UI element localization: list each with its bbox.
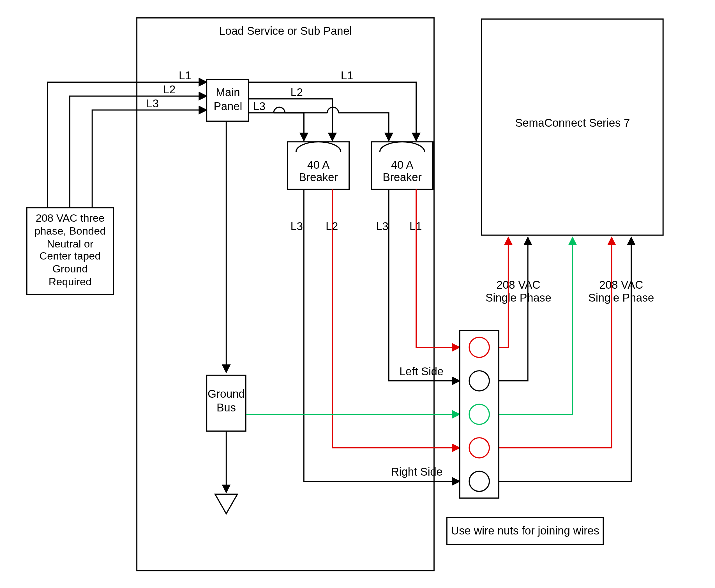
main-panel-label-2: Panel <box>214 100 242 112</box>
l2-in: L2 <box>163 83 176 96</box>
b1-l3: L3 <box>290 220 303 232</box>
panel-title: Load Service or Sub Panel <box>219 25 352 37</box>
load-panel-box <box>137 18 434 571</box>
svg-text:208 VAC: 208 VAC <box>599 278 643 291</box>
source-label: 208 VAC three phase, Bonded Neutral or C… <box>31 212 110 288</box>
l1-in: L1 <box>179 69 191 82</box>
b2-l3: L3 <box>376 220 388 232</box>
l3-out: L3 <box>253 100 265 112</box>
l3-in: L3 <box>146 97 159 110</box>
breaker1-l2: Breaker <box>299 171 338 183</box>
svg-point-0 <box>469 337 489 357</box>
l1-out: L1 <box>341 69 353 82</box>
svg-text:Single Phase: Single Phase <box>588 292 654 304</box>
wire-nuts-label: Use wire nuts for joining wires <box>451 524 599 537</box>
main-panel-label-1: Main <box>216 86 240 98</box>
svg-point-4 <box>469 471 489 491</box>
ground-bus-l2: Bus <box>217 401 236 414</box>
breaker2-l2: Breaker <box>383 171 422 183</box>
l2-out: L2 <box>290 86 303 98</box>
breaker1-l1: 40 A <box>307 159 330 171</box>
ground-bus-l1: Ground <box>207 387 245 400</box>
svg-point-2 <box>469 404 489 424</box>
svg-text:Single Phase: Single Phase <box>485 292 551 304</box>
device-label: SemaConnect Series 7 <box>515 117 630 129</box>
breaker2-l1: 40 A <box>391 159 413 171</box>
svg-text:208 VAC: 208 VAC <box>496 278 540 291</box>
right-side-label: Right Side <box>391 465 443 478</box>
svg-point-1 <box>469 371 489 391</box>
svg-point-3 <box>469 438 489 458</box>
wiring-diagram: Load Service or Sub Panel 208 VAC three … <box>0 0 715 588</box>
left-side-label: Left Side <box>399 365 443 378</box>
